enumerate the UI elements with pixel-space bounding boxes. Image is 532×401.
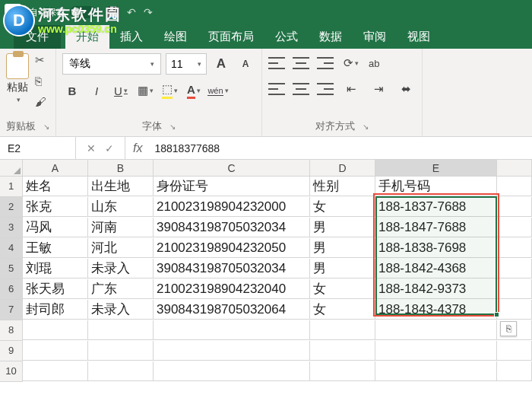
increase-font-icon[interactable]: A — [211, 54, 231, 74]
bold-button[interactable]: B — [62, 81, 82, 100]
cell[interactable] — [88, 320, 154, 340]
cell[interactable]: 188-1842-4368 — [375, 259, 497, 278]
cell[interactable] — [497, 300, 532, 320]
column-header-b[interactable]: B — [88, 160, 154, 177]
cell[interactable] — [23, 361, 88, 381]
italic-button[interactable]: I — [87, 81, 106, 100]
save-icon[interactable]: 💾 — [106, 6, 119, 18]
cell[interactable]: 女 — [310, 279, 375, 299]
cell[interactable] — [375, 320, 497, 340]
cell[interactable]: 河北 — [88, 238, 154, 258]
fx-icon[interactable]: fx — [125, 142, 150, 155]
cell[interactable]: 210023198904232050 — [154, 238, 310, 258]
cell[interactable]: 188-1837-7688 — [375, 197, 497, 217]
column-header-f[interactable] — [497, 160, 532, 177]
cell[interactable] — [497, 218, 532, 237]
column-header-a[interactable]: A — [23, 160, 88, 177]
tab-data[interactable]: 数据 — [309, 25, 353, 49]
cell[interactable]: 张天易 — [23, 279, 88, 299]
border-button[interactable]: ▦▾ — [135, 81, 155, 100]
cell[interactable] — [497, 341, 532, 361]
cell[interactable]: 身份证号 — [154, 177, 310, 196]
tab-home[interactable]: 开始 — [65, 25, 109, 49]
cell[interactable]: 188-1843-4378 — [375, 300, 497, 320]
tab-formulas[interactable]: 公式 — [264, 25, 309, 49]
align-bottom-icon[interactable] — [317, 56, 334, 71]
cell[interactable]: 女 — [310, 197, 375, 217]
selection-handle[interactable] — [494, 312, 499, 317]
cell[interactable]: 冯风 — [23, 218, 88, 237]
paste-button[interactable]: 粘贴 ▾ — [6, 53, 29, 108]
row-header[interactable]: 10 — [0, 361, 23, 382]
fill-options-button[interactable]: ⎘ — [500, 321, 517, 336]
cell[interactable]: 山东 — [88, 197, 154, 217]
row-header[interactable]: 5 — [0, 259, 23, 279]
cell[interactable] — [88, 361, 154, 381]
merge-button[interactable]: ⬌ — [396, 79, 416, 99]
row-header[interactable]: 3 — [0, 218, 23, 238]
cell[interactable]: 210023198904232000 — [154, 197, 310, 217]
cell[interactable]: 刘琨 — [23, 259, 88, 278]
align-left-icon[interactable] — [268, 81, 285, 97]
cell[interactable] — [375, 341, 497, 361]
cell[interactable]: 手机号码 — [375, 177, 497, 196]
cell[interactable] — [310, 341, 375, 361]
tab-page-layout[interactable]: 页面布局 — [198, 25, 264, 49]
tab-file[interactable]: 文件 — [14, 25, 61, 49]
undo-icon[interactable]: ↶ — [127, 6, 136, 18]
tab-view[interactable]: 视图 — [397, 25, 441, 49]
format-painter-icon[interactable]: 🖌 — [35, 95, 46, 108]
wrap-text-button[interactable]: ab — [369, 58, 379, 69]
tab-review[interactable]: 审阅 — [353, 25, 397, 49]
cell[interactable] — [154, 341, 310, 361]
autosave-toggle[interactable]: 自动保存 — [29, 6, 96, 19]
orientation-button[interactable]: ⟳▾ — [341, 53, 361, 73]
autosave-switch[interactable] — [70, 6, 96, 18]
cell[interactable] — [375, 361, 497, 381]
row-header[interactable]: 4 — [0, 238, 23, 259]
column-header-e[interactable]: E — [375, 160, 497, 177]
font-color-button[interactable]: A▾ — [184, 81, 204, 100]
clipboard-launcher-icon[interactable]: ↘ — [43, 123, 49, 131]
tab-draw[interactable]: 绘图 — [154, 25, 198, 49]
cell[interactable] — [88, 341, 154, 361]
tab-insert[interactable]: 插入 — [109, 25, 154, 49]
formula-input[interactable]: 18818377688 — [150, 142, 532, 154]
cell[interactable]: 河南 — [88, 218, 154, 237]
decrease-indent-icon[interactable]: ⇤ — [341, 79, 361, 99]
row-header[interactable]: 8 — [0, 320, 23, 341]
row-header[interactable]: 2 — [0, 197, 23, 218]
cell[interactable] — [154, 361, 310, 381]
cell[interactable]: 188-1842-9373 — [375, 279, 497, 299]
cell[interactable]: 姓名 — [23, 177, 88, 196]
alignment-launcher-icon[interactable]: ↘ — [363, 123, 369, 131]
cell[interactable]: 出生地 — [88, 177, 154, 196]
cell[interactable]: 未录入 — [88, 259, 154, 278]
cell[interactable]: 390843198705032064 — [154, 300, 310, 320]
cell[interactable]: 女 — [310, 300, 375, 320]
decrease-font-icon[interactable]: A — [236, 54, 255, 74]
select-all-corner[interactable] — [0, 160, 23, 177]
column-header-c[interactable]: C — [154, 160, 310, 177]
cell[interactable]: 未录入 — [88, 300, 154, 320]
align-middle-icon[interactable] — [293, 56, 309, 71]
cell[interactable] — [497, 238, 532, 258]
cell[interactable]: 性别 — [310, 177, 375, 196]
cell[interactable]: 男 — [310, 238, 375, 258]
row-header[interactable]: 1 — [0, 177, 23, 197]
underline-button[interactable]: U▾ — [111, 81, 131, 100]
row-header[interactable]: 6 — [0, 279, 23, 300]
phonetic-button[interactable]: wén▾ — [208, 81, 228, 100]
cell[interactable]: 188-1838-7698 — [375, 238, 497, 258]
cell[interactable]: 广东 — [88, 279, 154, 299]
increase-indent-icon[interactable]: ⇥ — [369, 79, 388, 99]
cell[interactable] — [497, 361, 532, 381]
cell[interactable] — [497, 197, 532, 217]
cancel-formula-icon[interactable]: ✕ — [87, 142, 96, 154]
cell[interactable]: 390843198705032034 — [154, 259, 310, 278]
column-header-d[interactable]: D — [310, 160, 375, 177]
font-size-dropdown[interactable]: 11▾ — [166, 53, 207, 75]
font-launcher-icon[interactable]: ↘ — [169, 123, 176, 131]
align-center-icon[interactable] — [293, 81, 309, 97]
cell[interactable] — [310, 320, 375, 340]
